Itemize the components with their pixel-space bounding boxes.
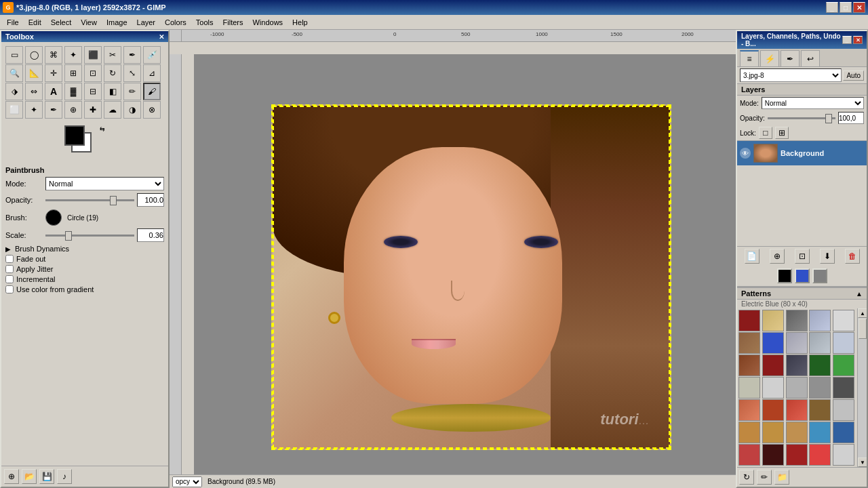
tool-text[interactable]: A — [45, 83, 62, 100]
toolbox-new-button[interactable]: ⊕ — [4, 469, 19, 484]
pattern-30[interactable] — [738, 444, 760, 466]
opacity-slider[interactable] — [45, 199, 134, 201]
menu-select[interactable]: Select — [47, 17, 76, 28]
pattern-2[interactable] — [786, 310, 808, 331]
foreground-color-swatch[interactable] — [64, 125, 85, 146]
pattern-11[interactable] — [762, 354, 784, 376]
opacity-slider[interactable] — [768, 117, 835, 119]
toolbox-close-button[interactable]: ✕ — [159, 33, 164, 41]
scale-value[interactable] — [137, 228, 164, 242]
pattern-21[interactable] — [762, 399, 784, 421]
tool-free-select[interactable]: ⌘ — [45, 46, 62, 64]
tool-eraser[interactable]: ⬜ — [5, 101, 23, 119]
tool-crop[interactable]: ⊡ — [84, 64, 102, 82]
pattern-22[interactable] — [786, 399, 808, 421]
lock-pixels-button[interactable]: □ — [759, 127, 772, 139]
close-button[interactable]: ✕ — [853, 2, 865, 13]
maximize-button[interactable]: □ — [840, 2, 852, 13]
pattern-29[interactable] — [833, 422, 854, 443]
brush-dynamics-expander[interactable]: ▶ — [5, 245, 11, 253]
patterns-scroll-down[interactable]: ▼ — [858, 458, 867, 467]
menu-windows[interactable]: Windows — [248, 17, 287, 28]
menu-help[interactable]: Help — [288, 17, 312, 28]
tool-measure[interactable]: 📐 — [25, 64, 43, 82]
patterns-new-button[interactable]: 📁 — [774, 470, 789, 485]
pattern-31[interactable] — [762, 444, 784, 466]
tool-select-color[interactable]: ⬛ — [84, 46, 102, 64]
patterns-scroll-up[interactable]: ▲ — [858, 308, 867, 318]
new-layer-button[interactable]: 📄 — [745, 249, 760, 264]
tool-paintbrush[interactable]: 🖌 — [143, 83, 161, 100]
mode-select[interactable]: Normal — [45, 177, 164, 190]
zoom-select[interactable]: opcy — [172, 476, 202, 487]
tool-heal[interactable]: ✚ — [84, 101, 102, 119]
minimize-button[interactable]: _ — [826, 2, 838, 13]
pattern-3[interactable] — [809, 310, 831, 331]
tool-fuzzy-select[interactable]: ✦ — [64, 46, 82, 64]
tool-move[interactable]: ✛ — [45, 64, 62, 82]
pattern-7[interactable] — [786, 332, 808, 354]
tool-bucket-fill[interactable]: ⊟ — [84, 83, 102, 100]
pattern-14[interactable] — [833, 354, 854, 376]
pattern-1[interactable] — [762, 310, 784, 331]
tool-zoom[interactable]: 🔍 — [5, 64, 23, 82]
tab-undo[interactable]: ↩ — [801, 50, 820, 66]
patterns-scroll-thumb[interactable] — [859, 319, 867, 339]
patterns-refresh-button[interactable]: ↻ — [739, 470, 754, 485]
tool-align[interactable]: ⊞ — [64, 64, 82, 82]
menu-file[interactable]: File — [3, 17, 23, 28]
tool-convolve[interactable]: ⊗ — [143, 101, 161, 119]
tool-airbrush[interactable]: ✦ — [25, 101, 43, 119]
image-select-dropdown[interactable]: 3.jpg-8 — [740, 68, 842, 82]
fade-out-checkbox[interactable] — [5, 255, 14, 263]
tool-scissors[interactable]: ✂ — [104, 46, 121, 64]
pattern-15[interactable] — [738, 377, 760, 399]
tool-perspective[interactable]: ⬗ — [5, 83, 23, 100]
menu-image[interactable]: Image — [102, 17, 132, 28]
tool-rotate[interactable]: ↻ — [104, 64, 121, 82]
tool-paths[interactable]: ✒ — [123, 46, 141, 64]
pattern-9[interactable] — [833, 332, 854, 354]
pattern-32[interactable] — [786, 444, 808, 466]
toolbox-open-button[interactable]: 📂 — [22, 469, 37, 484]
duplicate-layer-button[interactable]: ⊕ — [770, 249, 785, 264]
apply-jitter-checkbox[interactable] — [5, 265, 14, 273]
tool-smudge[interactable]: ☁ — [104, 101, 121, 119]
pattern-27[interactable] — [786, 422, 808, 443]
swap-colors-icon[interactable]: ⇆ — [100, 125, 105, 132]
layers-panel-close[interactable]: ✕ — [853, 36, 863, 44]
tab-paths[interactable]: ✒ — [781, 50, 800, 66]
pattern-28[interactable] — [809, 422, 831, 443]
tool-color-picker[interactable]: 💉 — [143, 46, 161, 64]
tab-layers[interactable]: ≡ — [740, 50, 759, 66]
tool-ink[interactable]: ✒ — [45, 101, 62, 119]
swatch-gray[interactable] — [812, 268, 827, 283]
canvas-image[interactable]: tutori… — [271, 104, 671, 450]
swatch-blue[interactable] — [795, 268, 810, 283]
pattern-23[interactable] — [809, 399, 831, 421]
pattern-18[interactable] — [809, 377, 831, 399]
pattern-16[interactable] — [762, 377, 784, 399]
tool-shear[interactable]: ⊿ — [143, 64, 161, 82]
incremental-checkbox[interactable] — [5, 275, 14, 283]
pattern-26[interactable] — [762, 422, 784, 443]
tool-dodge-burn[interactable]: ◑ — [123, 101, 141, 119]
tool-clone[interactable]: ⊕ — [64, 101, 82, 119]
delete-layer-button[interactable]: 🗑 — [845, 249, 860, 264]
layer-row-background[interactable]: 👁 Background — [737, 141, 867, 165]
tool-ellipse-select[interactable]: ◯ — [25, 46, 43, 64]
opacity-value-input[interactable] — [838, 112, 864, 124]
pattern-20[interactable] — [738, 399, 760, 421]
pattern-33[interactable] — [809, 444, 831, 466]
tool-flip[interactable]: ⇔ — [25, 83, 43, 100]
menu-filters[interactable]: Filters — [219, 17, 248, 28]
pattern-0[interactable] — [738, 310, 760, 331]
tab-channels[interactable]: ⚡ — [760, 50, 779, 66]
pattern-10[interactable] — [738, 354, 760, 376]
pattern-4[interactable] — [833, 310, 854, 331]
pattern-24[interactable] — [833, 399, 854, 421]
tool-pencil[interactable]: ✏ — [123, 83, 141, 100]
toolbox-save-button[interactable]: 💾 — [39, 469, 54, 484]
menu-colors[interactable]: Colors — [161, 17, 191, 28]
tool-scale[interactable]: ⤡ — [123, 64, 141, 82]
